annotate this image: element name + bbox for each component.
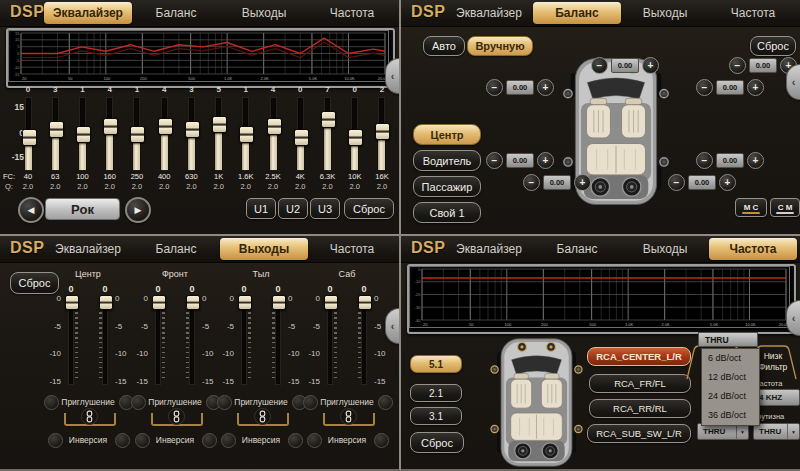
balance-preset-custom1[interactable]: Свой 1	[413, 202, 481, 223]
slider-knob[interactable]	[103, 118, 118, 135]
invert-toggle[interactable]	[374, 433, 389, 448]
tab-outputs[interactable]: Выходы	[621, 2, 709, 24]
mode-2-1-button[interactable]: 2.1	[410, 384, 462, 402]
outputs-reset-button[interactable]: Сброс	[10, 272, 59, 294]
panel-slide-handle[interactable]: ‹	[385, 58, 399, 94]
output-slider-knob[interactable]	[65, 295, 79, 310]
minus-button[interactable]: −	[486, 152, 503, 169]
output-slider-knob[interactable]	[186, 295, 200, 310]
link-channels-icon[interactable]	[81, 408, 98, 425]
slider-knob[interactable]	[49, 121, 64, 138]
slider-knob[interactable]	[267, 118, 282, 135]
output-slider-knob[interactable]	[358, 295, 372, 310]
user-preset-2-button[interactable]: U2	[278, 198, 308, 219]
preset-prev-button[interactable]: ◀	[18, 197, 44, 223]
link-channels-icon[interactable]	[168, 408, 185, 425]
balance-preset-driver[interactable]: Водитель	[413, 150, 481, 171]
invert-toggle[interactable]	[48, 433, 63, 448]
slider-knob[interactable]	[375, 123, 390, 140]
plus-button[interactable]: +	[537, 79, 554, 96]
preset-display-button[interactable]: Рок	[45, 198, 120, 220]
mode-5-1-button[interactable]: 5.1	[410, 355, 462, 373]
slider-knob[interactable]	[22, 129, 37, 146]
tab-outputs[interactable]: Выходы	[621, 238, 709, 260]
output-slider-knob[interactable]	[152, 295, 166, 310]
invert-toggle[interactable]	[202, 433, 217, 448]
rca-center-button[interactable]: RCA_CENTER_L/R	[587, 347, 691, 366]
slope-option[interactable]: 12 dB/oct	[702, 368, 759, 387]
minus-button[interactable]: −	[668, 174, 685, 191]
mute-toggle[interactable]	[303, 395, 318, 410]
rca-front-button[interactable]: RCA_FR/FL	[589, 374, 691, 393]
output-slider-knob[interactable]	[99, 295, 113, 310]
minus-button[interactable]: −	[696, 79, 713, 96]
plus-button[interactable]: +	[747, 79, 764, 96]
tab-frequency[interactable]: Частота	[308, 2, 396, 24]
tab-balance[interactable]: Баланс	[132, 2, 220, 24]
tab-balance[interactable]: Баланс	[533, 2, 621, 24]
tab-outputs[interactable]: Выходы	[220, 2, 308, 24]
slider-knob[interactable]	[130, 126, 145, 143]
panel-slide-handle[interactable]: ‹	[786, 300, 800, 336]
plus-button[interactable]: +	[747, 152, 764, 169]
rca-rear-button[interactable]: RCA_RR/RL	[589, 399, 691, 418]
slider-knob[interactable]	[239, 126, 254, 143]
invert-toggle[interactable]	[115, 433, 130, 448]
tab-balance[interactable]: Баланс	[132, 238, 220, 260]
mc-mode-button[interactable]: M C	[735, 198, 767, 217]
mute-toggle[interactable]	[378, 395, 393, 410]
mute-toggle[interactable]	[217, 395, 232, 410]
balance-preset-passenger[interactable]: Пассажир	[413, 176, 481, 197]
user-preset-1-button[interactable]: U1	[246, 198, 276, 219]
rca-sub-button[interactable]: RCA_SUB_SW_L/R	[587, 424, 691, 443]
balance-preset-center[interactable]: Центр	[413, 124, 481, 145]
plus-button[interactable]: +	[574, 174, 591, 191]
invert-toggle[interactable]	[307, 433, 322, 448]
tab-equalizer[interactable]: Эквалайзер	[44, 2, 132, 24]
output-slider-knob[interactable]	[324, 295, 338, 310]
invert-toggle[interactable]	[221, 433, 236, 448]
minus-button[interactable]: −	[486, 79, 503, 96]
slope-option[interactable]: 6 dB/oct	[702, 349, 759, 368]
tab-frequency[interactable]: Частота	[308, 238, 396, 260]
slider-knob[interactable]	[348, 129, 363, 146]
user-preset-3-button[interactable]: U3	[310, 198, 340, 219]
tab-frequency[interactable]: Частота	[709, 2, 797, 24]
tab-frequency[interactable]: Частота	[709, 238, 797, 260]
slope-option[interactable]: 36 dB/oct	[702, 406, 759, 425]
minus-button[interactable]: −	[729, 57, 746, 74]
plus-button[interactable]: +	[537, 152, 554, 169]
tab-equalizer[interactable]: Эквалайзер	[445, 2, 533, 24]
mode-3-1-button[interactable]: 3.1	[410, 407, 462, 425]
balance-reset-button[interactable]: Сброс	[750, 36, 796, 56]
preset-next-button[interactable]: ▶	[125, 197, 151, 223]
mute-toggle[interactable]	[131, 395, 146, 410]
output-slider-knob[interactable]	[238, 295, 252, 310]
tab-outputs[interactable]: Выходы	[220, 238, 308, 260]
cm-mode-button[interactable]: C M	[770, 198, 800, 217]
slider-knob[interactable]	[76, 126, 91, 143]
tab-equalizer[interactable]: Эквалайзер	[44, 238, 132, 260]
plus-button[interactable]: +	[719, 174, 736, 191]
tab-balance[interactable]: Баланс	[533, 238, 621, 260]
minus-button[interactable]: −	[523, 174, 540, 191]
slope-option[interactable]: 24 dB/oct	[702, 387, 759, 406]
balance-manual-button[interactable]: Вручную	[467, 36, 533, 56]
low-filter-slope-select[interactable]: THRU▼	[753, 423, 800, 440]
slider-knob[interactable]	[294, 129, 309, 146]
link-channels-icon[interactable]	[340, 408, 357, 425]
invert-toggle[interactable]	[135, 433, 150, 448]
slider-knob[interactable]	[321, 111, 336, 128]
output-slider-knob[interactable]	[272, 295, 286, 310]
slider-knob[interactable]	[185, 121, 200, 138]
plus-button[interactable]: +	[642, 57, 659, 74]
balance-auto-button[interactable]: Авто	[423, 36, 465, 56]
link-channels-icon[interactable]	[254, 408, 271, 425]
minus-button[interactable]: −	[591, 57, 608, 74]
minus-button[interactable]: −	[696, 152, 713, 169]
eq-reset-button[interactable]: Сброс	[344, 198, 394, 219]
xo-reset-button[interactable]: Сброс	[410, 432, 464, 453]
panel-slide-handle[interactable]: ‹	[385, 308, 399, 344]
slider-knob[interactable]	[158, 118, 173, 135]
invert-toggle[interactable]	[288, 433, 303, 448]
